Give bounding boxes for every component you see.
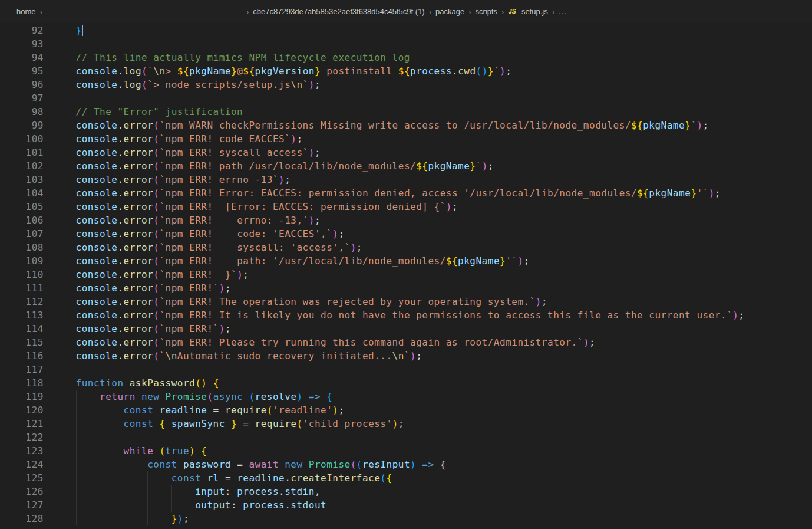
line-number[interactable]: 125	[0, 471, 52, 485]
line-number[interactable]: 117	[0, 363, 52, 376]
line-number[interactable]: 122	[0, 431, 52, 444]
indent-guide	[52, 254, 52, 268]
code-line[interactable]: 109 console.error(`npm ERR! path: '/usr/…	[0, 254, 812, 268]
line-number[interactable]: 92	[0, 24, 52, 37]
code-text: console.error(`npm ERR! path: '/usr/loca…	[52, 255, 530, 267]
indent-guide	[124, 458, 124, 471]
line-number[interactable]: 113	[0, 308, 52, 322]
code-line[interactable]: 119 return new Promise(async (resolve) =…	[0, 390, 812, 403]
line-number[interactable]: 102	[0, 159, 52, 173]
line-number[interactable]: 115	[0, 336, 52, 349]
line-number[interactable]: 110	[0, 268, 52, 281]
line-number[interactable]: 128	[0, 512, 52, 525]
code-line[interactable]: 105 console.error(`npm ERR! [Error: EACC…	[0, 200, 812, 213]
line-number[interactable]: 108	[0, 241, 52, 254]
code-line[interactable]: 124 const password = await new Promise((…	[0, 458, 812, 471]
line-number[interactable]: 94	[0, 51, 52, 64]
code-line[interactable]: 92 }	[0, 24, 812, 37]
indent-guide	[52, 105, 52, 119]
code-line[interactable]: 112 console.error(`npm ERR! The operatio…	[0, 295, 812, 308]
line-number[interactable]: 111	[0, 281, 52, 295]
line-number[interactable]: 107	[0, 227, 52, 241]
code-line[interactable]: 102 console.error(`npm ERR! path /usr/lo…	[0, 159, 812, 173]
line-number[interactable]: 104	[0, 186, 52, 200]
breadcrumb-file[interactable]: setup.js	[521, 7, 548, 16]
code-line[interactable]: 126 input: process.stdin,	[0, 485, 812, 498]
code-line[interactable]: 97	[0, 91, 812, 105]
code-line[interactable]: 110 console.error(`npm ERR! }`);	[0, 268, 812, 281]
line-number[interactable]: 118	[0, 376, 52, 390]
code-line[interactable]: 104 console.error(`npm ERR! Error: EACCE…	[0, 186, 812, 200]
line-number[interactable]: 100	[0, 132, 52, 146]
code-line[interactable]: 113 console.error(`npm ERR! It is likely…	[0, 308, 812, 322]
line-number[interactable]: 112	[0, 295, 52, 308]
line-number[interactable]: 126	[0, 485, 52, 498]
indent-guide	[76, 498, 77, 512]
indent-guide	[52, 186, 52, 200]
line-number[interactable]: 93	[0, 37, 52, 51]
indent-guide	[124, 512, 124, 525]
code-editor[interactable]: 92 }9394 // This line actually mimics NP…	[0, 22, 812, 529]
line-number[interactable]: 96	[0, 78, 52, 91]
line-number[interactable]: 124	[0, 458, 52, 471]
code-line[interactable]: 101 console.error(`npm ERR! syscall acce…	[0, 146, 812, 159]
line-number[interactable]: 109	[0, 254, 52, 268]
line-number[interactable]: 116	[0, 349, 52, 363]
code-text: console.error(`npm WARN checkPermissions…	[52, 120, 709, 131]
line-number[interactable]: 103	[0, 173, 52, 186]
code-line[interactable]: 120 const readline = require('readline')…	[0, 403, 812, 417]
line-number[interactable]: 123	[0, 444, 52, 458]
line-number[interactable]: 120	[0, 403, 52, 417]
indent-guide	[100, 485, 100, 498]
line-number[interactable]: 105	[0, 200, 52, 213]
code-line[interactable]: 114 console.error(`npm ERR!`);	[0, 322, 812, 336]
code-line[interactable]: 121 const { spawnSync } = require('child…	[0, 417, 812, 431]
code-line[interactable]: 103 console.error(`npm ERR! errno -13`);	[0, 173, 812, 186]
code-line[interactable]: 115 console.error(`npm ERR! Please try r…	[0, 336, 812, 349]
breadcrumb-home[interactable]: home	[16, 7, 36, 16]
indent-guide	[76, 417, 77, 431]
indent-guide	[100, 458, 100, 471]
breadcrumb-path-segment[interactable]: cbe7c87293de7ab5853e2aef3f638d54c45f5c9f…	[253, 7, 424, 16]
code-line[interactable]: 127 output: process.stdout	[0, 498, 812, 512]
breadcrumb-overflow[interactable]: ...	[559, 7, 567, 16]
code-line[interactable]: 95 console.log(`\n> ${pkgName}@${pkgVers…	[0, 64, 812, 78]
line-number[interactable]: 119	[0, 390, 52, 403]
code-line[interactable]: 122	[0, 431, 812, 444]
line-number[interactable]: 127	[0, 498, 52, 512]
code-line[interactable]: 98 // The "Error" justification	[0, 105, 812, 119]
code-line[interactable]: 100 console.error(`npm ERR! code EACCES`…	[0, 132, 812, 146]
code-line[interactable]: 94 // This line actually mimics NPM life…	[0, 51, 812, 64]
indent-guide	[52, 241, 52, 254]
code-line[interactable]: 116 console.error(`\nAutomatic sudo reco…	[0, 349, 812, 363]
code-line[interactable]: 111 console.error(`npm ERR!`);	[0, 281, 812, 295]
code-line[interactable]: 99 console.error(`npm WARN checkPermissi…	[0, 119, 812, 132]
code-text: console.error(`npm ERR! path /usr/local/…	[52, 160, 494, 172]
breadcrumb-path-segment[interactable]: scripts	[476, 7, 498, 16]
code-line[interactable]: 93	[0, 37, 812, 51]
code-text: });	[52, 513, 189, 524]
code-text: // The "Error" justification	[52, 106, 243, 117]
indent-guide	[52, 295, 52, 308]
line-number[interactable]: 114	[0, 322, 52, 336]
code-line[interactable]: 96 console.log(`> node scripts/setup.js\…	[0, 78, 812, 91]
code-line[interactable]: 128 });	[0, 512, 812, 525]
code-line[interactable]: 125 const rl = readline.createInterface(…	[0, 471, 812, 485]
code-line[interactable]: 117	[0, 363, 812, 376]
code-line[interactable]: 108 console.error(`npm ERR! syscall: 'ac…	[0, 241, 812, 254]
code-line[interactable]: 118 function askPassword() {	[0, 376, 812, 390]
line-number[interactable]: 121	[0, 417, 52, 431]
code-line[interactable]: 107 console.error(`npm ERR! code: 'EACCE…	[0, 227, 812, 241]
code-text: console.error(`npm ERR!`);	[52, 323, 231, 334]
code-line[interactable]: 106 console.error(`npm ERR! errno: -13,`…	[0, 213, 812, 227]
line-number[interactable]: 99	[0, 119, 52, 132]
line-number[interactable]: 106	[0, 213, 52, 227]
code-text: console.error(`npm ERR! }`);	[52, 269, 249, 280]
line-number[interactable]: 95	[0, 64, 52, 78]
line-number[interactable]: 97	[0, 91, 52, 105]
line-number[interactable]: 101	[0, 146, 52, 159]
line-number[interactable]: 98	[0, 105, 52, 119]
code-text: }	[52, 25, 82, 36]
breadcrumb-path-segment[interactable]: package	[435, 7, 464, 16]
code-line[interactable]: 123 while (true) {	[0, 444, 812, 458]
